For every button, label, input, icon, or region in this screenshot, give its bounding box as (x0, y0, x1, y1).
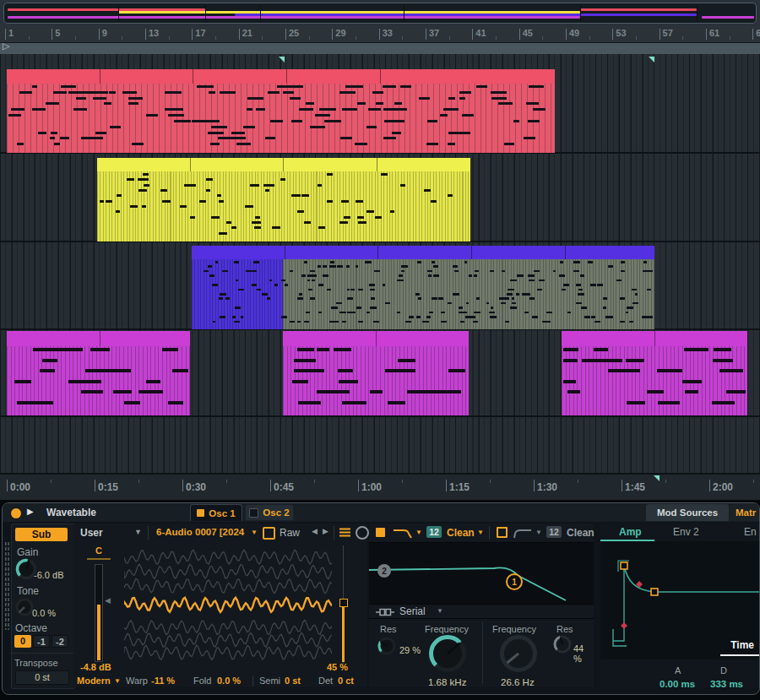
scrub-area[interactable]: ▷ (0, 43, 760, 55)
clip-note-area[interactable] (283, 259, 654, 329)
next-wavetable-arrow[interactable]: ▶ (323, 527, 328, 535)
osc-mode-select[interactable]: Modern (77, 676, 111, 686)
prev-wavetable-arrow[interactable]: ◀ (312, 527, 318, 535)
clip-note-area[interactable] (97, 171, 470, 241)
midi-note (390, 210, 394, 213)
filter1-res-knob[interactable] (376, 635, 398, 657)
filter2-freq-knob[interactable] (496, 631, 541, 676)
clip-title-bar[interactable] (192, 246, 654, 259)
cue-marker-icon[interactable] (279, 57, 285, 62)
clip-note-area[interactable] (283, 346, 469, 415)
clip-title-bar[interactable] (7, 331, 190, 346)
raw-checkbox[interactable] (263, 527, 275, 540)
tab-osc1[interactable]: Osc 1 (190, 504, 242, 521)
midi-clip-magenta-clip-1[interactable] (7, 331, 190, 415)
filter1-mode-dropdown-arrow[interactable]: ▼ (477, 529, 484, 536)
gain-value[interactable]: -6.0 dB (34, 570, 63, 580)
arrangement-track-area[interactable] (0, 54, 760, 475)
clip-note-area[interactable] (7, 84, 555, 153)
wavetable-circle-view-icon[interactable] (356, 526, 369, 540)
overview-segment-track-4-magenta[interactable] (702, 16, 754, 19)
device-activator-led[interactable] (10, 507, 22, 519)
cue-marker-icon[interactable] (654, 475, 660, 481)
osc2-disabled-square[interactable] (249, 508, 258, 518)
filter1-marker[interactable]: 1 (512, 578, 517, 587)
midi-clip-blue-clip[interactable] (192, 246, 654, 329)
filter2-mode-select[interactable]: Clean (567, 527, 594, 539)
wt-position-slider[interactable] (339, 545, 347, 664)
midi-clip-magenta-clip-2[interactable] (283, 331, 469, 415)
arrangement-overview[interactable] (0, 0, 760, 25)
osc-level-value[interactable]: -4.8 dB (80, 662, 111, 672)
beat-ruler[interactable]: 1591317212529333741454953576165 (0, 25, 760, 43)
filter-response-display[interactable]: 2 1 (369, 542, 594, 605)
filter-routing-select[interactable]: Serial (399, 605, 426, 617)
clip-title-bar[interactable] (283, 331, 469, 346)
decay-value[interactable]: 333 ms (710, 679, 743, 689)
filter2-type-dropdown-arrow[interactable]: ▼ (535, 529, 542, 536)
wavetable-name-dropdown-arrow[interactable]: ▼ (251, 529, 258, 536)
arrangement-overview-inner[interactable] (3, 3, 757, 24)
wavetable-name-select[interactable]: 6-Audio 0007 [2024 (156, 527, 244, 537)
attack-value[interactable]: 0.00 ms (660, 679, 695, 689)
octave-minus2-button[interactable]: -2 (52, 635, 68, 648)
clip-title-bar[interactable] (7, 69, 555, 84)
mod-tab-env3[interactable]: En (744, 526, 757, 538)
filter1-res-value[interactable]: 29 % (399, 645, 421, 655)
amp-envelope-display[interactable]: Time (600, 541, 759, 659)
warp-value[interactable]: -11 % (151, 676, 175, 686)
tab-matrix[interactable]: Matr (730, 504, 760, 521)
osc1-enabled-square[interactable] (197, 509, 204, 517)
midi-clip-magenta-clip-3[interactable] (562, 331, 747, 415)
filter1-freq-knob[interactable] (425, 631, 470, 676)
filter1-freq-value[interactable]: 1.68 kHz (428, 677, 466, 687)
filter1-type-dropdown-arrow[interactable]: ▼ (415, 529, 422, 536)
overview-segment-track-4-magenta[interactable] (8, 16, 580, 19)
wavetable-list-view-icon[interactable] (339, 527, 351, 538)
wt-position-value[interactable]: 45 % (327, 662, 348, 672)
envelope-time-label[interactable]: Time (730, 639, 754, 651)
mod-tab-amp[interactable]: Amp (619, 526, 642, 538)
osc-gain-slider[interactable] (95, 564, 103, 662)
semi-value[interactable]: 0 st (285, 676, 301, 686)
filter-routing-dropdown-arrow[interactable]: ▼ (437, 607, 443, 615)
cue-marker-icon[interactable] (649, 57, 654, 62)
tone-value[interactable]: 0.0 % (32, 608, 56, 618)
clip-title-bar[interactable] (562, 331, 747, 346)
filter2-slope-badge[interactable]: 12 (546, 526, 562, 538)
midi-clip-red-clip[interactable] (7, 69, 555, 153)
clip-title-bar[interactable] (97, 158, 470, 171)
tab-mod-sources[interactable]: Mod Sources (646, 504, 729, 521)
category-dropdown-arrow[interactable]: ▼ (134, 528, 142, 536)
octave-minus1-button[interactable]: -1 (33, 635, 50, 648)
filter2-enable-square[interactable] (497, 527, 508, 538)
filter1-enable-square[interactable] (376, 528, 385, 537)
filter2-marker[interactable]: 2 (382, 567, 387, 576)
wt-position-handle[interactable] (339, 599, 348, 607)
time-ruler[interactable]: 0:000:150:300:451:001:151:301:452:00 (0, 475, 760, 500)
octave-0-button[interactable]: 0 (14, 635, 31, 648)
filter1-slope-badge[interactable]: 12 (426, 526, 442, 538)
filter2-res-knob[interactable] (551, 633, 573, 655)
midi-clip-yellow-clip[interactable] (97, 158, 470, 241)
transpose-value[interactable]: 0 st (15, 670, 69, 685)
filter1-lowpass-icon[interactable] (393, 527, 413, 539)
det-value[interactable]: 0 ct (338, 676, 354, 686)
mod-tab-env2[interactable]: Env 2 (673, 526, 699, 538)
wavetable-category-select[interactable]: User (80, 527, 103, 539)
tab-osc2[interactable]: Osc 2 (245, 504, 294, 521)
clip-note-area[interactable] (562, 346, 747, 415)
track-lane[interactable] (0, 417, 760, 475)
device-drag-handle[interactable] (4, 541, 9, 630)
filter2-freq-value[interactable]: 26.6 Hz (501, 677, 535, 687)
osc-mode-dropdown-arrow[interactable]: ▼ (114, 677, 121, 685)
filter1-mode-select[interactable]: Clean (447, 527, 475, 539)
fold-value[interactable]: 0.0 % (217, 676, 241, 686)
filter2-lowpass-icon[interactable] (513, 527, 533, 539)
osc-position-marker[interactable]: C (95, 545, 102, 556)
wavetable-visualizer[interactable] (124, 545, 332, 665)
filter2-res-value[interactable]: 44 % (573, 643, 594, 664)
sub-button[interactable]: Sub (15, 528, 68, 541)
overview-segment-track-1-red[interactable] (580, 8, 697, 11)
device-fold-icon[interactable]: ▶ (27, 507, 34, 516)
